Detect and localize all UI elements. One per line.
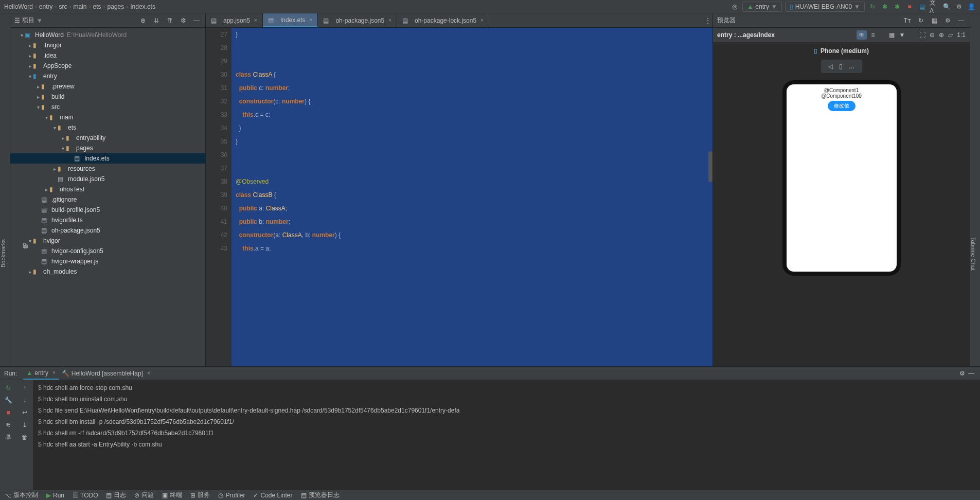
preview-gear-icon[interactable]: ⚙ bbox=[943, 16, 952, 25]
bottom-todo[interactable]: ☰TODO bbox=[73, 492, 98, 499]
bottom-services[interactable]: ⊞服务 bbox=[190, 491, 210, 499]
wrench-icon[interactable]: 🔧 bbox=[5, 397, 12, 404]
bottom-vcs[interactable]: ⌥版本控制 bbox=[4, 491, 38, 499]
filter-icon[interactable]: ⚟ bbox=[6, 421, 11, 428]
tree-item-selected[interactable]: ▤Index.ets bbox=[10, 153, 205, 164]
run-gear-icon[interactable]: ⚙ bbox=[957, 369, 967, 378]
tree-item[interactable]: ▸▮.hvigor bbox=[10, 40, 205, 50]
tree-item[interactable]: ▾▮pages bbox=[10, 143, 205, 153]
close-icon[interactable]: × bbox=[147, 370, 150, 376]
tab-menu-icon[interactable]: ⋮ bbox=[703, 16, 712, 25]
close-icon[interactable]: × bbox=[480, 17, 484, 23]
eye-icon[interactable]: 👁 bbox=[857, 30, 867, 40]
rotate-icon[interactable]: ▱ bbox=[948, 31, 953, 39]
nav-more-icon[interactable]: … bbox=[849, 63, 855, 70]
editor-tab-active[interactable]: ▤Index.ets× bbox=[263, 13, 318, 27]
locate-icon[interactable]: ⊕ bbox=[138, 16, 148, 25]
down-icon[interactable]: ↓ bbox=[23, 397, 26, 404]
zoom-out-icon[interactable]: ⊖ bbox=[930, 31, 935, 39]
tree-item[interactable]: ▸▮AppScope bbox=[10, 61, 205, 71]
tree-item[interactable]: ▸▮build bbox=[10, 92, 205, 102]
translate-icon[interactable]: 文A bbox=[930, 2, 939, 11]
expand-icon[interactable]: ⇊ bbox=[152, 16, 161, 25]
bottom-problems[interactable]: ⊘问题 bbox=[134, 491, 154, 499]
scroll-icon[interactable]: ⤓ bbox=[22, 421, 27, 428]
trash-icon[interactable]: 🗑 bbox=[22, 434, 28, 441]
run-icon[interactable]: ↻ bbox=[868, 2, 877, 11]
wrap-icon[interactable]: ↩ bbox=[22, 409, 27, 416]
tree-item[interactable]: ▸▮resources bbox=[10, 164, 205, 174]
run-tab-active[interactable]: ▲entry× bbox=[23, 367, 58, 380]
left-tool-bookmarks[interactable]: Bookmarks bbox=[0, 239, 6, 267]
editor-tab[interactable]: ▤oh-package-lock.json5× bbox=[397, 13, 489, 27]
tree-item[interactable]: ▸▮.idea bbox=[10, 50, 205, 61]
editor-tab[interactable]: ▤app.json5× bbox=[206, 13, 263, 27]
tree-item[interactable]: ▤hvigor-wrapper.js bbox=[10, 256, 205, 266]
tree-item[interactable]: ▤oh-package.json5 bbox=[10, 225, 205, 236]
tree-item[interactable]: ▤hvigor-config.json5 bbox=[10, 246, 205, 256]
inspect-icon[interactable]: ▦ bbox=[930, 16, 939, 25]
device-dropdown[interactable]: ▯ HUAWEI EBG-AN00 ▼ bbox=[785, 2, 865, 12]
tree-item[interactable]: ▾▮entry bbox=[10, 71, 205, 81]
tree-item[interactable]: ▤hvigorfile.ts bbox=[10, 215, 205, 225]
user-icon[interactable]: 👤 bbox=[967, 2, 976, 11]
bottom-terminal[interactable]: ▣终端 bbox=[162, 491, 182, 499]
coverage-icon[interactable]: ✱ bbox=[893, 2, 902, 11]
grid-icon[interactable]: ▦ bbox=[889, 31, 895, 39]
panel-hide-icon[interactable]: — bbox=[192, 16, 201, 25]
device-badge[interactable]: ▯ Phone (medium) bbox=[814, 47, 869, 55]
tree-item[interactable]: ▸▮.preview bbox=[10, 81, 205, 92]
panel-gear-icon[interactable]: ⚙ bbox=[179, 16, 188, 25]
breadcrumb-item[interactable]: ets bbox=[93, 3, 101, 10]
tree-item[interactable]: ▾▮main bbox=[10, 112, 205, 122]
print-icon[interactable]: 🖶 bbox=[5, 434, 11, 441]
stop-icon[interactable]: ■ bbox=[905, 2, 914, 11]
search-icon[interactable]: 🔍 bbox=[942, 2, 951, 11]
bottom-log[interactable]: ▤日志 bbox=[106, 491, 126, 499]
collapse-icon[interactable]: ⇈ bbox=[165, 16, 174, 25]
bottom-preview-log[interactable]: ▤预览器日志 bbox=[301, 491, 340, 499]
breadcrumb-item[interactable]: main bbox=[74, 3, 87, 10]
layers-icon[interactable]: ≡ bbox=[871, 31, 875, 39]
nav-back-icon[interactable]: ◁ bbox=[828, 63, 833, 70]
fit-icon[interactable]: ⛶ bbox=[919, 31, 925, 39]
breadcrumb-item[interactable]: src bbox=[59, 3, 67, 10]
phone-screen[interactable]: @Component1 @Component100 修改值 bbox=[787, 84, 897, 272]
font-icon[interactable]: Tᴛ bbox=[903, 16, 912, 25]
run-tab[interactable]: 🔨HelloWord [assembleHap]× bbox=[59, 367, 153, 380]
editor-tab[interactable]: ▤oh-package.json5× bbox=[318, 13, 397, 27]
gear-icon[interactable]: ⚙ bbox=[954, 2, 964, 11]
tree-item[interactable]: ▸▮ohosTest bbox=[10, 184, 205, 194]
rerun-icon[interactable]: ↻ bbox=[6, 384, 11, 391]
nav-phone-icon[interactable]: ▯ bbox=[839, 63, 843, 70]
app-button[interactable]: 修改值 bbox=[828, 101, 856, 111]
tree-item[interactable]: ▤.gitignore bbox=[10, 194, 205, 205]
close-icon[interactable]: × bbox=[388, 17, 391, 23]
tree-item[interactable]: ▾▮hvigor bbox=[10, 236, 205, 246]
close-icon[interactable]: × bbox=[310, 17, 313, 23]
tree-item[interactable]: ▾▮ets bbox=[10, 122, 205, 133]
close-icon[interactable]: × bbox=[254, 17, 257, 23]
tree-item[interactable]: ▤build-profile.json5 bbox=[10, 205, 205, 215]
tree-item[interactable]: ▤module.json5 bbox=[10, 174, 205, 184]
preview-hide-icon[interactable]: — bbox=[956, 16, 966, 25]
breadcrumb-item[interactable]: entry bbox=[39, 3, 53, 10]
scrollbar-thumb[interactable] bbox=[708, 151, 712, 182]
run-hide-icon[interactable]: — bbox=[967, 369, 976, 378]
refresh-icon[interactable]: ↻ bbox=[916, 16, 925, 25]
bottom-run[interactable]: ▶Run bbox=[46, 492, 64, 499]
tree-item[interactable]: ▸▮entryability bbox=[10, 133, 205, 143]
breadcrumb-item[interactable]: pages bbox=[108, 3, 124, 10]
tree-item[interactable]: ▾▮src bbox=[10, 102, 205, 112]
target-icon[interactable]: ◎ bbox=[730, 2, 739, 11]
right-tool-tabnine[interactable]: Tabnine Chat bbox=[970, 237, 976, 271]
breadcrumb-file[interactable]: Index.ets bbox=[130, 3, 155, 10]
tree-root[interactable]: ▾▣ HelloWord E:\HuaWei\HelloWord bbox=[10, 30, 205, 40]
tree-item[interactable]: ▸▮oh_modules bbox=[10, 266, 205, 277]
bottom-profiler[interactable]: ◷Profiler bbox=[218, 492, 245, 499]
chevron-down-icon[interactable]: ▼ bbox=[899, 31, 905, 39]
debug-icon[interactable]: ✱ bbox=[880, 2, 889, 11]
zoom-in-icon[interactable]: ⊕ bbox=[939, 31, 944, 39]
run-output[interactable]: $ hdc shell am force-stop com.shu$ hdc s… bbox=[33, 380, 980, 490]
bottom-linter[interactable]: ✓Code Linter bbox=[253, 492, 292, 499]
